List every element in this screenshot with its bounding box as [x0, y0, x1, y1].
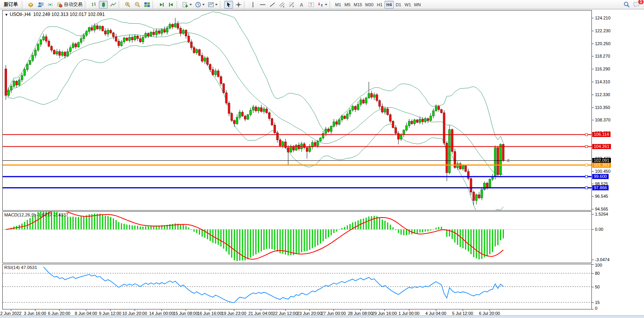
chevron-down-icon — [202, 4, 205, 5]
price-tick-label: 100.450 — [595, 169, 611, 174]
arrows-button[interactable] — [316, 1, 328, 9]
timeframe-mn-button[interactable]: MN — [412, 1, 422, 9]
trend-line-icon — [269, 2, 275, 8]
autotrading-button[interactable]: 自动交易 — [55, 1, 84, 9]
candlestick-type-button[interactable] — [99, 1, 108, 9]
line-chart-type-icon — [110, 2, 116, 8]
price-tick — [592, 69, 594, 69]
svg-text:E: E — [283, 5, 284, 8]
fibonacci-button[interactable]: F — [287, 1, 296, 9]
macd-tick-label: 1.5264 — [595, 212, 608, 216]
price-tick-label: 124.210 — [595, 16, 611, 20]
price-tick-label: 112.330 — [595, 92, 610, 97]
price-level-label: 101.393 — [592, 163, 611, 168]
timeframe-m15-button[interactable]: M15 — [352, 1, 363, 9]
tile-windows-icon — [144, 2, 150, 8]
price-tick-label: 94.565 — [595, 207, 608, 211]
price-chart-canvas[interactable] — [3, 11, 591, 210]
macd-canvas[interactable] — [3, 212, 591, 263]
chart-symbol-period: USOil-,H4 — [10, 12, 31, 17]
price-tick-label: 108.370 — [595, 118, 611, 122]
macd-tick-label: -3.0474 — [595, 257, 609, 262]
chart-window[interactable]: ▼USOil-,H4 102.249 102.313 102.017 102.0… — [0, 9, 644, 316]
autotrading-icon — [56, 2, 63, 8]
market-watch-button[interactable] — [36, 1, 45, 9]
svg-text:T: T — [310, 2, 312, 7]
rsi-pane[interactable]: RSI(14) 47.0531 — [2, 264, 592, 309]
auto-scroll-icon — [158, 2, 165, 8]
text-label-icon: T — [308, 2, 314, 8]
price-tick — [592, 31, 594, 31]
zoom-out-button[interactable] — [133, 1, 142, 9]
new-chart-button[interactable] — [181, 1, 193, 9]
tile-windows-button[interactable] — [142, 1, 151, 9]
chevron-down-icon — [190, 4, 192, 5]
vertical-line-button[interactable] — [248, 1, 257, 9]
mt4-window: 新订单 自动交易 — [0, 0, 644, 318]
status-bar — [0, 315, 644, 318]
equidistant-channel-button[interactable]: E — [277, 1, 286, 9]
price-tick-label: 110.350 — [595, 105, 610, 110]
notification-badge: 1 — [638, 0, 644, 5]
chart-shift-button[interactable] — [167, 1, 175, 9]
price-tick — [592, 18, 594, 18]
rsi-tick — [592, 287, 594, 287]
toolbar-separator — [177, 1, 180, 9]
price-tick-label: 120.250 — [595, 41, 611, 46]
horizontal-line-button[interactable] — [258, 1, 267, 9]
crosshair-button[interactable] — [234, 1, 243, 9]
vertical-line-icon — [250, 2, 256, 8]
text-button[interactable]: A — [297, 1, 306, 9]
rsi-tick — [592, 273, 594, 274]
symbol-dropdown-icon[interactable]: ▼ — [5, 13, 8, 17]
time-axis[interactable]: 2 Jun 20223 Jun 16:006 Jun 20:008 Jun 04… — [2, 309, 591, 316]
bar-chart-type-icon — [91, 2, 97, 8]
auto-scroll-button[interactable] — [157, 1, 166, 9]
fibonacci-icon: F — [289, 2, 295, 8]
equidistant-channel-icon: E — [279, 2, 285, 8]
main-chart-pane[interactable]: ▼USOil-,H4 102.249 102.313 102.017 102.0… — [2, 10, 592, 211]
zoom-in-button[interactable] — [123, 1, 132, 9]
new-chart-icon — [182, 2, 188, 8]
rsi-tick-label: 15 — [595, 300, 600, 305]
trend-line-button[interactable] — [268, 1, 277, 9]
toolbar-separator — [85, 1, 88, 9]
timeframe-h4-button[interactable]: H4 — [384, 1, 394, 9]
periods-button[interactable] — [194, 1, 206, 9]
macd-tick-label: 0.00 — [595, 227, 603, 232]
price-level-label: 106.114 — [592, 132, 611, 137]
candlestick-type-icon — [100, 2, 107, 8]
macd-pane[interactable]: MACD(12,26,9) -1.6737 -2.4337 — [2, 211, 592, 263]
timeframe-m5-button[interactable]: M5 — [343, 1, 352, 9]
chart-shift-icon — [168, 2, 174, 8]
text-label-button[interactable]: T — [307, 1, 316, 9]
signals-button[interactable] — [46, 1, 54, 9]
timeframe-m1-button[interactable]: M1 — [333, 1, 343, 9]
charts-stack-icon — [28, 2, 34, 8]
bar-chart-type-button[interactable] — [89, 1, 98, 9]
price-level-label: 99.600 — [592, 174, 609, 179]
timeframe-d1-button[interactable]: D1 — [394, 1, 403, 9]
price-axis[interactable]: 124.210122.230120.250118.270116.290114.3… — [592, 9, 644, 316]
rsi-tick-label: 0 — [595, 306, 597, 311]
search-button[interactable] — [622, 1, 631, 9]
charts-stack-button[interactable] — [26, 1, 35, 9]
chevron-down-icon — [215, 4, 218, 5]
periods-clock-icon — [195, 2, 201, 8]
line-chart-type-button[interactable] — [109, 1, 118, 9]
rsi-tick-label: 100 — [595, 263, 602, 267]
price-level-label: 97.866 — [592, 185, 609, 190]
timeframe-w1-button[interactable]: W1 — [403, 1, 413, 9]
toolbar-right: 1 — [622, 1, 643, 9]
chart-ohlc-values: 102.249 102.313 102.017 102.091 — [33, 12, 105, 17]
rsi-canvas[interactable] — [3, 264, 591, 309]
new-order-button[interactable]: 新订单 — [1, 1, 21, 9]
price-tick — [592, 171, 594, 172]
templates-button[interactable] — [207, 1, 219, 9]
price-tick — [592, 56, 594, 56]
macd-tick — [592, 229, 594, 230]
cursor-button[interactable] — [224, 1, 233, 9]
zoom-out-icon — [134, 2, 140, 8]
timeframe-m30-button[interactable]: M30 — [363, 1, 375, 9]
timeframe-h1-button[interactable]: H1 — [375, 1, 384, 9]
